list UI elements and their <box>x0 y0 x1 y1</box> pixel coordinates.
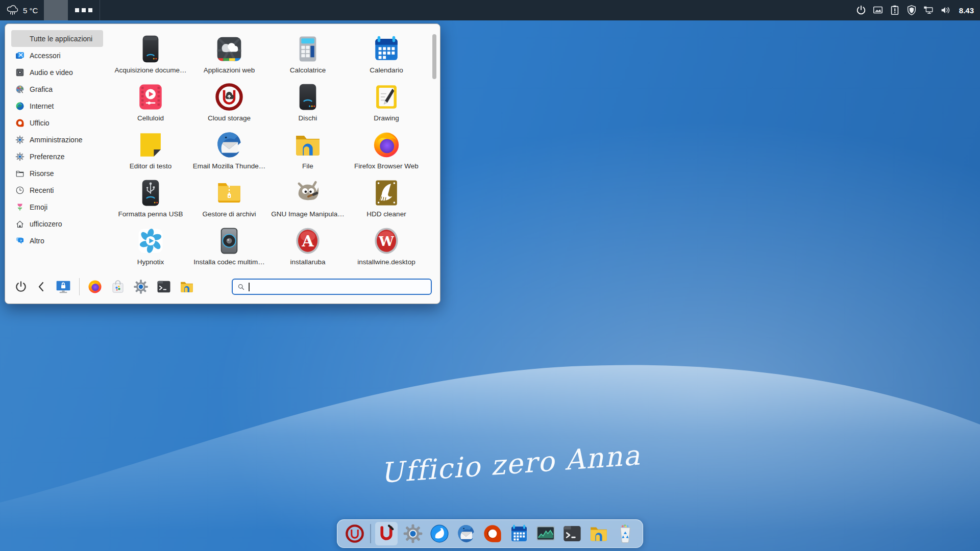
grid-dots-icon[interactable] <box>68 8 100 12</box>
dock-office[interactable] <box>481 522 504 545</box>
dock-terminal[interactable] <box>561 522 583 545</box>
back-button[interactable] <box>35 281 47 293</box>
app-file[interactable]: File <box>268 130 347 178</box>
files-button[interactable] <box>179 279 194 294</box>
app-label: Editor di testo <box>130 162 172 170</box>
category-ufficiozero[interactable]: ufficiozero <box>11 215 103 232</box>
tray-volume-button[interactable] <box>939 4 951 16</box>
dock-settings[interactable] <box>402 522 424 545</box>
app-calcolatrice[interactable]: Calcolatrice <box>268 34 347 82</box>
app-calendario[interactable]: Calendario <box>347 34 426 82</box>
application-menu: Tutte le applicazioniAccessoriAudio e vi… <box>5 23 440 304</box>
panel-clock[interactable]: 8.43 <box>959 6 974 15</box>
app-drawing[interactable]: Drawing <box>347 82 426 130</box>
tray-network-button[interactable] <box>922 4 935 16</box>
dock-trash[interactable] <box>614 522 636 545</box>
svg-text:W: W <box>378 233 394 249</box>
category-tutte-le-applicazioni[interactable]: Tutte le applicazioni <box>11 30 103 47</box>
category-label: Emoji <box>30 203 47 211</box>
app-gestore-di-archivi[interactable]: Gestore di archivi <box>190 178 268 226</box>
category-amministrazione[interactable]: Amministrazione <box>11 131 103 148</box>
top-panel: 5 °C 8.43 <box>0 0 980 20</box>
power-icon <box>14 280 28 293</box>
app-applicazioni-web[interactable]: Applicazioni web <box>190 34 268 82</box>
lock-screen-button[interactable] <box>55 279 71 295</box>
gimp-icon <box>293 178 323 208</box>
app-cloud-storage[interactable]: Cloud storage <box>190 82 268 130</box>
tray-power-button[interactable] <box>855 4 867 16</box>
app-label: Celluloid <box>137 114 164 122</box>
category-audio-e-video[interactable]: Audio e video <box>11 64 103 81</box>
cloud-storage-icon <box>214 82 244 112</box>
app-firefox-browser-web[interactable]: Firefox Browser Web <box>347 130 426 178</box>
gear-icon <box>15 152 24 161</box>
dock-thunderbird[interactable] <box>455 522 477 545</box>
system-monitor-icon <box>535 523 556 544</box>
tray-display-button[interactable] <box>872 4 884 16</box>
app-email-mozilla-thunde[interactable]: Email Mozilla Thunde… <box>190 130 268 178</box>
dock-wolf-browser[interactable] <box>428 522 451 545</box>
dock-system-monitor[interactable] <box>534 522 557 545</box>
app-hypnotix[interactable]: Hypnotix <box>111 226 190 274</box>
tray-updates-button[interactable] <box>889 4 901 16</box>
hdd-cleaner-icon <box>372 178 401 208</box>
app-gnu-image-manipula[interactable]: GNU Image Manipula… <box>268 178 347 226</box>
app-label: Applicazioni web <box>204 66 255 74</box>
search-box[interactable] <box>232 279 432 295</box>
category-preferenze[interactable]: Preferenze <box>11 148 103 165</box>
terminal-button[interactable] <box>156 279 172 294</box>
dock-ufficiozero-logo[interactable] <box>344 522 366 545</box>
dock-calendar[interactable] <box>508 522 530 545</box>
quit-button[interactable] <box>14 280 28 293</box>
category-risorse[interactable]: Risorse <box>11 165 103 182</box>
dock-files[interactable] <box>587 522 610 545</box>
archive-icon <box>214 178 244 208</box>
weather-applet[interactable]: 5 °C <box>0 0 44 20</box>
webapps-icon <box>214 34 244 64</box>
search-input[interactable] <box>253 283 427 291</box>
app-dischi[interactable]: Dischi <box>268 82 347 130</box>
category-grafica[interactable]: Grafica <box>11 81 103 97</box>
menu-footer <box>5 275 440 304</box>
app-celluloid[interactable]: Celluloid <box>111 82 190 130</box>
category-recenti[interactable]: Recenti <box>11 182 103 198</box>
category-label: Risorse <box>30 169 54 178</box>
settings-button[interactable] <box>133 279 149 294</box>
celluloid-icon <box>136 82 165 112</box>
thunderbird-icon <box>456 523 476 544</box>
system-tray: 8.43 <box>855 4 980 16</box>
category-label: Amministrazione <box>30 136 82 144</box>
category-ufficio[interactable]: Ufficio <box>11 114 103 131</box>
app-installaruba[interactable]: Ainstallaruba <box>268 226 347 274</box>
app-formatta-penna-usb[interactable]: Formatta penna USB <box>111 178 190 226</box>
app-editor-di-testo[interactable]: Editor di testo <box>111 130 190 178</box>
app-grid-scrollbar[interactable] <box>432 34 436 79</box>
files-icon <box>293 130 323 160</box>
calendar-icon <box>509 523 529 544</box>
dock <box>337 519 643 548</box>
panel-divider <box>100 0 100 20</box>
category-accessori[interactable]: Accessori <box>11 47 103 64</box>
menu-button[interactable] <box>44 0 68 20</box>
svg-text:?: ? <box>20 239 22 242</box>
dock-ufficiozero-pen[interactable] <box>375 522 398 545</box>
thunderbird-icon <box>214 130 244 160</box>
category-altro[interactable]: ?Altro <box>11 232 103 249</box>
app-label: HDD cleaner <box>366 210 406 218</box>
firefox-button[interactable] <box>87 279 103 294</box>
app-label: installaruba <box>290 258 325 266</box>
category-label: ufficiozero <box>30 220 62 228</box>
uz-ring-icon <box>345 523 365 544</box>
app-installa-codec-multim[interactable]: Installa codec multim… <box>190 226 268 274</box>
app-installwine-desktop[interactable]: Winstallwine.desktop <box>347 226 426 274</box>
office-icon <box>482 523 503 544</box>
app-hdd-cleaner[interactable]: HDD cleaner <box>347 178 426 226</box>
gimp-icon <box>293 178 323 208</box>
gear-icon <box>15 135 24 144</box>
category-internet[interactable]: Internet <box>11 97 103 114</box>
software-manager-button[interactable] <box>110 279 126 294</box>
category-label: Recenti <box>30 186 54 194</box>
app-acquisizione-docume[interactable]: Acquisizione docume… <box>111 34 190 82</box>
category-emoji[interactable]: Emoji <box>11 198 103 215</box>
tray-firewall-button[interactable] <box>905 4 918 16</box>
